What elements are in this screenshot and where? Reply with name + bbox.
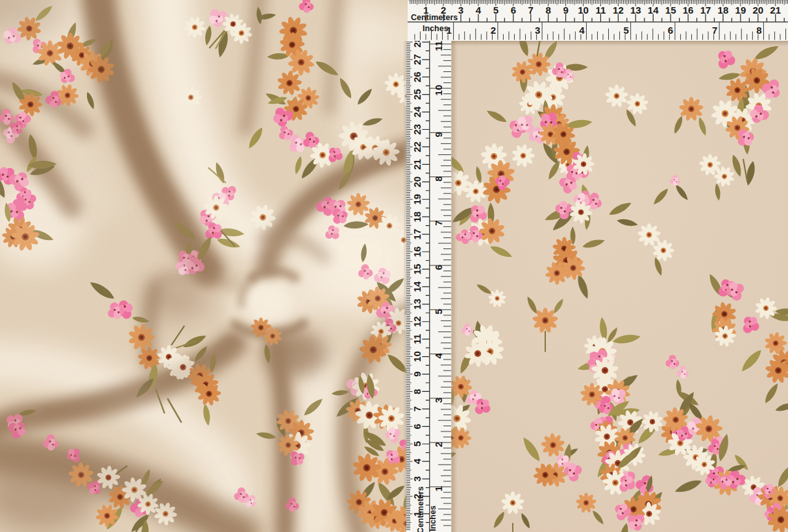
svg-text:6: 6: [511, 5, 516, 16]
svg-text:Centimeters: Centimeters: [416, 487, 425, 532]
svg-text:2: 2: [433, 442, 444, 447]
svg-text:7: 7: [433, 221, 444, 226]
svg-text:14: 14: [648, 5, 659, 16]
svg-text:7: 7: [412, 406, 423, 411]
svg-text:16: 16: [683, 5, 694, 16]
svg-text:7: 7: [712, 25, 717, 36]
svg-text:14: 14: [412, 281, 423, 292]
svg-text:Inches: Inches: [428, 505, 437, 531]
svg-text:8: 8: [756, 25, 761, 36]
svg-text:3: 3: [412, 476, 423, 481]
svg-text:21: 21: [412, 159, 423, 170]
svg-text:Centimeters: Centimeters: [411, 13, 458, 22]
svg-text:16: 16: [412, 247, 423, 258]
svg-text:8: 8: [412, 389, 423, 394]
svg-text:4: 4: [579, 25, 585, 36]
svg-text:11: 11: [412, 334, 423, 345]
svg-text:3: 3: [535, 25, 540, 36]
svg-text:20: 20: [752, 5, 763, 16]
svg-text:19: 19: [412, 194, 423, 205]
svg-text:18: 18: [718, 5, 729, 16]
svg-text:20: 20: [412, 176, 423, 187]
svg-text:4: 4: [433, 353, 444, 359]
svg-text:11: 11: [595, 5, 606, 16]
svg-text:13: 13: [412, 298, 423, 309]
svg-text:11: 11: [433, 41, 444, 51]
svg-text:8: 8: [545, 5, 550, 16]
svg-text:21: 21: [770, 5, 781, 16]
svg-text:5: 5: [412, 441, 423, 446]
svg-text:25: 25: [412, 89, 423, 100]
svg-text:22: 22: [412, 141, 423, 152]
svg-text:17: 17: [700, 5, 711, 16]
svg-text:9: 9: [563, 5, 568, 16]
svg-text:2: 2: [491, 25, 496, 36]
svg-text:5: 5: [493, 5, 499, 16]
svg-text:1: 1: [433, 486, 444, 491]
svg-text:12: 12: [613, 5, 624, 16]
svg-text:7: 7: [528, 5, 534, 16]
svg-text:24: 24: [412, 106, 423, 117]
svg-text:15: 15: [412, 264, 423, 275]
svg-text:23: 23: [412, 124, 423, 135]
svg-text:26: 26: [412, 71, 423, 82]
svg-text:5: 5: [433, 309, 444, 314]
svg-text:5: 5: [623, 25, 628, 36]
svg-text:19: 19: [735, 5, 746, 16]
svg-text:17: 17: [412, 229, 423, 240]
svg-text:6: 6: [668, 25, 673, 36]
svg-text:4: 4: [412, 458, 423, 464]
svg-text:8: 8: [433, 176, 444, 181]
svg-text:3: 3: [433, 398, 444, 403]
svg-text:6: 6: [433, 265, 444, 270]
svg-text:3: 3: [458, 5, 463, 16]
svg-text:10: 10: [433, 85, 444, 96]
svg-text:18: 18: [412, 212, 423, 223]
svg-text:Inches: Inches: [423, 24, 449, 33]
svg-text:15: 15: [665, 5, 676, 16]
svg-text:10: 10: [412, 351, 423, 362]
svg-text:10: 10: [578, 5, 589, 16]
svg-text:6: 6: [412, 424, 423, 429]
svg-text:9: 9: [412, 371, 423, 376]
svg-text:13: 13: [630, 5, 641, 16]
svg-text:12: 12: [412, 316, 423, 327]
svg-text:9: 9: [433, 132, 444, 137]
svg-text:4: 4: [476, 5, 482, 16]
svg-text:27: 27: [412, 54, 423, 65]
